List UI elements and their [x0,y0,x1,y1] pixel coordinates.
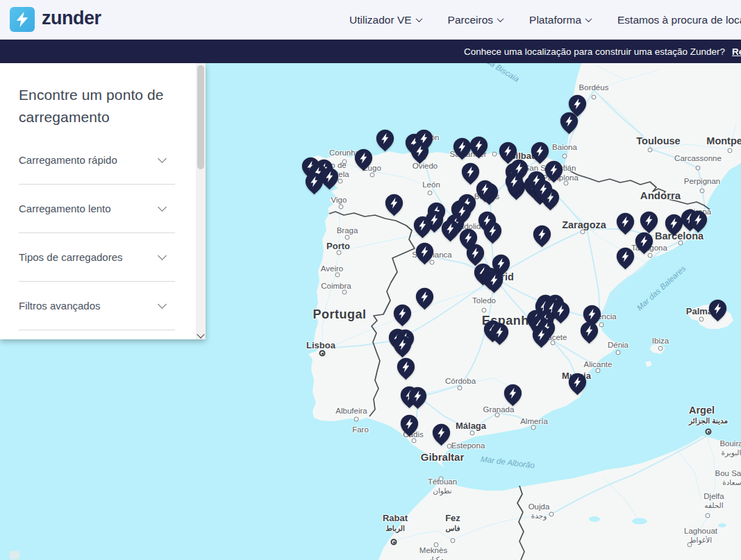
city-dot [338,179,343,184]
city-dot [563,154,567,159]
city-dot [564,181,569,186]
charging-station-pin[interactable] [616,212,635,235]
logo-text: zunder [42,9,101,31]
city-dot [495,413,500,418]
chevron-down-icon [415,15,422,22]
charging-station-pin[interactable] [432,423,451,446]
map-label-oujda: Oujdaوجدة [528,502,550,520]
city-dot [434,543,439,548]
capital-city-dot [706,429,712,435]
city-dot [337,251,342,255]
charging-station-pin[interactable] [534,180,553,203]
map-attribution-fragment [10,551,19,559]
nav-item-estamos-a-procura[interactable]: Estamos à procura de locais [617,14,741,26]
charging-station-pin[interactable] [708,299,727,322]
map-label-vigo: Vigo [331,196,347,204]
charging-station-pin[interactable] [469,136,488,159]
map-label-arabic: البويرة [719,448,741,457]
map-label-alicante: Alicante [584,360,613,368]
map-label-djelfa: Djelfaالحلفه [703,492,724,509]
city-dot [688,543,692,548]
top-navbar: zunder Utilizador VE Parceiros Plataform… [0,0,741,40]
map-label-portugal: Portugal [313,307,366,322]
map-label-baiona: Baiona [552,143,577,151]
charging-station-pin[interactable] [485,271,503,294]
city-dot [342,160,347,164]
charging-station-pin[interactable] [441,219,460,242]
city-dot [339,205,344,210]
charging-station-pin[interactable] [580,321,599,344]
city-dot [370,173,375,178]
map-label-ibiza: Ibiza [652,337,669,345]
charging-station-pin[interactable] [483,221,502,244]
charging-station-pin[interactable] [532,325,551,348]
map-label-le-n: León [422,180,440,189]
charging-station-pin[interactable] [305,172,324,195]
scrollbar-thumb[interactable] [197,65,204,169]
scroll-down-arrow-icon[interactable] [197,330,204,338]
city-dot [458,386,463,391]
map[interactable]: CorunhaSantiago deCompostelaLugoOviedoGi… [0,63,741,560]
charging-station-pin[interactable] [393,335,412,358]
city-dot [531,425,536,430]
charging-station-pin[interactable] [640,211,658,234]
chevron-down-icon [497,15,504,22]
zunder-logo[interactable]: zunder [10,7,101,32]
charging-station-pin[interactable] [635,232,653,255]
nav-item-plataforma[interactable]: Plataforma [529,14,591,26]
city-dot [412,439,417,443]
map-label-arabic: مدينة الجزائر [689,416,728,425]
charging-station-pin[interactable] [393,304,412,327]
charging-station-pin[interactable] [503,384,522,407]
chevron-down-icon [585,15,592,22]
charging-station-pin[interactable] [568,373,587,396]
charging-station-pin[interactable] [408,387,427,409]
map-label-bord-us: Bordéus [579,83,609,92]
map-label-m-laga: Málaga [456,421,486,431]
charging-station-pin[interactable] [490,323,509,346]
city-dot [678,241,683,246]
panel-scrollbar[interactable] [196,63,206,339]
charging-station-pin[interactable] [413,216,432,239]
charging-station-pin[interactable] [476,180,494,203]
charging-station-pin[interactable] [689,210,708,233]
map-label-zaragoza: Zaragoza [562,219,606,230]
charging-station-pin[interactable] [400,414,419,437]
map-label-laghouat: Laghouatالأغواط [684,527,717,544]
filter-tipos-de-carregadores[interactable]: Tipos de carregadores [19,233,175,282]
city-dot [581,230,585,235]
charging-station-pin[interactable] [616,247,635,270]
charging-station-pin[interactable] [505,172,524,195]
city-dot [482,308,487,313]
city-dot [706,514,710,518]
filter-filtros-avancados[interactable]: Filtros avançados [19,282,175,330]
map-label-perpignan: Perpignan [684,177,720,185]
map-label-arabic: بوسعادة [715,478,741,486]
charging-station-pin[interactable] [376,129,394,152]
capital-city-dot [391,539,397,545]
charging-station-pin[interactable] [415,242,434,265]
map-label-arabic: وجدة [528,511,550,520]
city-dot [699,317,704,322]
nav-item-parceiros[interactable]: Parceiros [448,14,503,26]
filter-panel: Encontre um ponto de carregamento Carreg… [0,63,206,339]
charging-station-pin[interactable] [397,357,415,380]
charging-station-pin[interactable] [533,225,551,248]
charging-station-pin[interactable] [354,149,373,171]
recommend-link[interactable]: Recomende [732,46,741,57]
charging-station-pin[interactable] [568,94,587,117]
filter-carregamento-lento[interactable]: Carregamento lento [19,185,175,233]
filter-carregamento-rapido[interactable]: Carregamento rápido [19,136,175,185]
map-label-bouira: Bouiraالبويرة [719,439,741,457]
charging-station-pin[interactable] [410,142,429,164]
city-dot [342,290,347,295]
city-dot [354,417,359,422]
map-label-faro: Faro [352,425,369,434]
charging-station-pin[interactable] [453,137,472,160]
charging-station-pin[interactable] [415,287,434,310]
charging-station-pin[interactable] [385,194,403,217]
map-label-argel: Argelمدينة الجزائر [689,405,728,425]
map-label-estepona: Estepona [451,441,485,450]
map-label-arabic: مكناس [419,555,447,560]
nav-item-utilizador-ve[interactable]: Utilizador VE [349,14,422,26]
